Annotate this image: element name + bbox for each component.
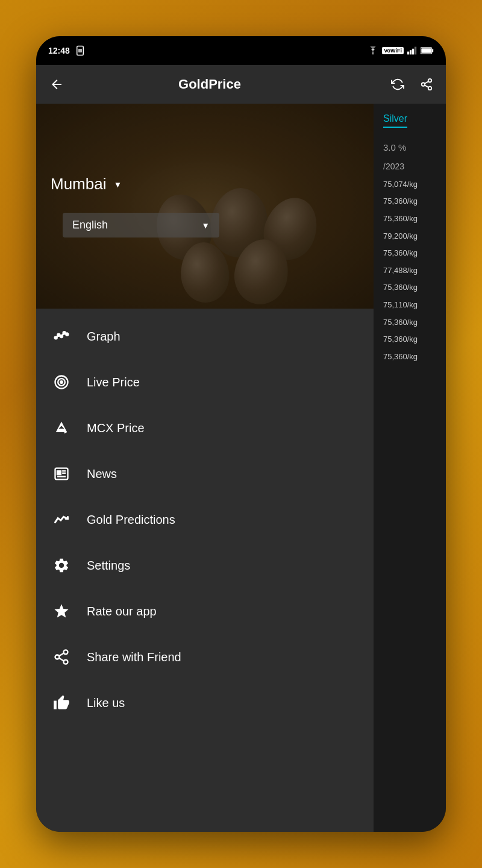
svg-point-10 [428,79,432,83]
language-dropdown-arrow: ▼ [201,221,210,230]
menu-label-like-us: Like us [87,696,125,710]
city-dropdown[interactable]: Mumbai ▼ [51,175,359,193]
vowifi-badge: VoWiFi [382,47,404,54]
price-row-1: 75,360/kg [383,193,436,210]
settings-icon [51,555,72,576]
svg-line-32 [59,658,64,661]
svg-point-31 [64,660,68,664]
phone-frame: 12:48 VoWiFi [36,36,446,832]
news-icon [51,463,72,485]
svg-point-30 [55,655,60,659]
menu-item-news[interactable]: News [36,451,374,497]
app-bar: GoldPrice [36,65,446,104]
price-row-8: 75,360/kg [383,314,436,332]
svg-line-14 [425,81,428,84]
back-button[interactable] [46,74,67,95]
rate-icon [51,600,72,622]
app-bar-actions [388,75,436,94]
menu-list: Graph Live Price [36,309,374,731]
svg-point-11 [422,83,425,86]
menu-item-gold-predictions[interactable]: Gold Predictions [36,497,374,542]
language-label: English [72,219,108,231]
svg-rect-25 [57,471,61,474]
svg-point-18 [63,332,66,334]
svg-point-2 [372,53,374,54]
svg-rect-3 [407,52,409,55]
menu-item-live-price[interactable]: Live Price [36,359,374,405]
like-icon [51,692,72,714]
menu-label-gold-predictions: Gold Predictions [87,513,175,527]
svg-point-29 [64,650,68,654]
share-button[interactable] [417,75,436,94]
svg-point-19 [66,333,69,336]
price-row-0: 75,074/kg [383,176,436,193]
menu-label-live-price: Live Price [87,376,140,389]
header-controls: Mumbai ▼ English ▼ [36,104,374,309]
target-icon [53,374,70,391]
live-price-icon [51,371,72,393]
svg-rect-4 [410,50,412,54]
svg-line-13 [425,85,428,87]
svg-rect-9 [421,48,431,53]
city-dropdown-arrow: ▼ [113,180,122,189]
svg-point-16 [58,334,60,336]
language-dropdown[interactable]: English ▼ [63,213,219,237]
predictions-icon [51,509,72,530]
price-row-5: 77,488/kg [383,262,436,280]
price-row-9: 75,360/kg [383,331,436,348]
battery-icon [421,47,434,54]
drawer-header: Mumbai ▼ English ▼ [36,104,374,309]
price-row-10: 75,360/kg [383,348,436,366]
menu-item-mcx-price[interactable]: MCX Price [36,405,374,451]
mcx-price-icon [51,417,72,439]
price-row-4: 75,360/kg [383,245,436,262]
tab-row: Silver [383,113,436,128]
wifi-icon [368,46,378,55]
app-title: GoldPrice [75,77,345,92]
svg-rect-6 [415,47,416,55]
menu-item-rate-app[interactable]: Rate our app [36,588,374,634]
menu-label-share-friend: Share with Friend [87,650,181,664]
sim-icon [75,45,86,56]
menu-label-rate-app: Rate our app [87,605,157,618]
price-row-7: 75,110/kg [383,297,436,314]
navigation-drawer: Mumbai ▼ English ▼ [36,104,374,832]
menu-label-news: News [87,467,117,481]
price-pct: 3.0 % [383,137,436,157]
menu-label-mcx-price: MCX Price [87,421,145,435]
price-date: /2023 [383,157,436,176]
svg-rect-1 [78,49,82,52]
main-content: Mumbai ▼ English ▼ [36,104,446,832]
city-name: Mumbai [51,175,106,193]
refresh-button[interactable] [388,75,407,94]
status-bar: 12:48 VoWiFi [36,36,446,65]
menu-item-graph[interactable]: Graph [36,313,374,359]
menu-item-like-us[interactable]: Like us [36,680,374,726]
share-friend-icon [51,646,72,668]
svg-rect-8 [432,49,434,52]
svg-rect-5 [412,49,414,55]
time-display: 12:48 [48,46,70,55]
menu-label-settings: Settings [87,559,130,573]
menu-item-settings[interactable]: Settings [36,542,374,588]
svg-line-33 [59,653,64,656]
svg-point-15 [55,337,57,339]
svg-point-12 [428,87,432,90]
svg-point-17 [60,335,63,338]
price-table: 3.0 % /2023 75,074/kg 75,360/kg 75,360/k… [383,137,436,365]
right-panel: Silver 3.0 % /2023 75,074/kg 75,360/kg 7… [374,104,446,832]
tab-silver[interactable]: Silver [383,113,407,128]
price-row-3: 79,200/kg [383,228,436,245]
price-row-2: 75,360/kg [383,210,436,228]
menu-label-graph: Graph [87,330,120,344]
price-row-6: 75,360/kg [383,279,436,297]
signal-icon [407,46,417,55]
menu-item-share-friend[interactable]: Share with Friend [36,634,374,680]
graph-icon [51,326,72,347]
svg-point-22 [60,381,63,383]
